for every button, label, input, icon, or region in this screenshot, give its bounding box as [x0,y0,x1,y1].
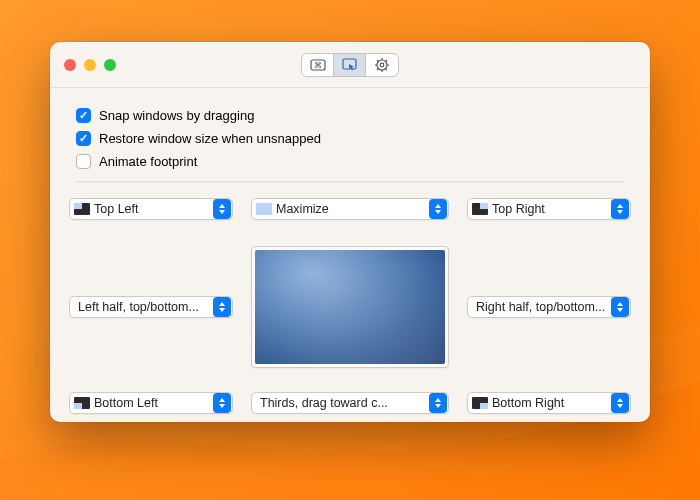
stepper-icon [611,297,629,317]
dropdown-mid-left[interactable]: Left half, top/bottom... [69,296,233,318]
preview-desktop-image [255,250,445,364]
layout-top-right-icon [472,203,488,215]
dropdown-label: Right half, top/bottom... [472,300,610,314]
stepper-icon [611,393,629,413]
tab-snap[interactable] [334,54,366,76]
close-button[interactable] [64,59,76,71]
svg-line-10 [386,68,387,69]
dropdown-label: Top Right [492,202,610,216]
stepper-icon [213,393,231,413]
titlebar: ⌘ [50,42,650,88]
dropdown-bottom-center[interactable]: Thirds, drag toward c... [251,392,449,414]
divider [76,181,624,182]
svg-line-11 [377,68,378,69]
preview-panel [251,246,449,368]
svg-point-3 [377,60,387,70]
dropdown-top-left[interactable]: Top Left [69,198,233,220]
checkbox-row-animate: Animate footprint [76,154,624,169]
tab-keyboard[interactable]: ⌘ [302,54,334,76]
svg-point-4 [380,63,384,67]
stepper-icon [429,393,447,413]
cursor-window-icon [342,58,358,72]
animate-checkbox-label: Animate footprint [99,154,197,169]
restore-checkbox[interactable] [76,131,91,146]
dropdown-top-right[interactable]: Top Right [467,198,631,220]
svg-line-12 [386,60,387,61]
dropdown-top-center[interactable]: Maximize [251,198,449,220]
dropdown-label: Left half, top/bottom... [74,300,212,314]
checkbox-row-snap: Snap windows by dragging [76,108,624,123]
gear-icon [374,57,390,73]
dropdown-label: Bottom Left [94,396,212,410]
dropdown-bottom-left[interactable]: Bottom Left [69,392,233,414]
dropdown-label: Thirds, drag toward c... [256,396,428,410]
animate-checkbox[interactable] [76,154,91,169]
layout-maximize-icon [256,203,272,215]
toolbar-tabs: ⌘ [301,53,399,77]
keyboard-icon: ⌘ [310,58,326,72]
content-area: Snap windows by dragging Restore window … [50,88,650,416]
dropdown-mid-right[interactable]: Right half, top/bottom... [467,296,631,318]
minimize-button[interactable] [84,59,96,71]
preferences-window: ⌘ [50,42,650,422]
tab-settings[interactable] [366,54,398,76]
svg-line-9 [377,60,378,61]
snap-checkbox-label: Snap windows by dragging [99,108,254,123]
stepper-icon [213,297,231,317]
svg-text:⌘: ⌘ [314,61,322,70]
layout-top-left-icon [74,203,90,215]
stepper-icon [611,199,629,219]
layout-bottom-left-icon [74,397,90,409]
dropdown-label: Bottom Right [492,396,610,410]
traffic-lights [64,59,116,71]
checkbox-row-restore: Restore window size when unsnapped [76,131,624,146]
stepper-icon [213,199,231,219]
dropdown-bottom-right[interactable]: Bottom Right [467,392,631,414]
dropdown-label: Top Left [94,202,212,216]
restore-checkbox-label: Restore window size when unsnapped [99,131,321,146]
layout-bottom-right-icon [472,397,488,409]
zoom-button[interactable] [104,59,116,71]
stepper-icon [429,199,447,219]
dropdown-label: Maximize [276,202,428,216]
snap-zones-grid: Top Left Maximize Top Right Left half, t… [76,198,624,416]
snap-checkbox[interactable] [76,108,91,123]
